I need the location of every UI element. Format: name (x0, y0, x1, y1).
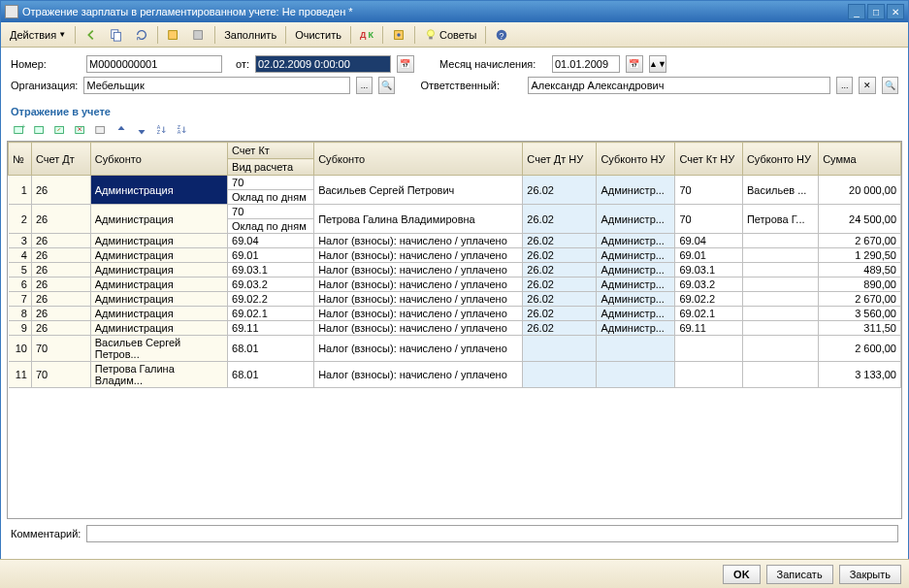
table-row[interactable]: 626Администрация69.03.2Налог (взносы): н… (9, 278, 901, 292)
table-row[interactable]: 926Администрация69.11Налог (взносы): нач… (9, 321, 901, 336)
settings-icon[interactable] (387, 25, 410, 45)
copy-row-icon[interactable] (31, 121, 49, 139)
section-title: Отражение в учете (1, 102, 908, 119)
from-label: от: (236, 58, 249, 70)
svg-rect-14 (76, 127, 84, 134)
svg-rect-12 (35, 127, 44, 134)
table-row[interactable]: 126Администрация70Васильев Сергей Петров… (9, 176, 901, 190)
resp-input[interactable] (528, 77, 830, 94)
number-label: Номер: (11, 58, 81, 70)
move-down-icon[interactable] (133, 121, 150, 139)
table-row[interactable]: 1070Васильев Сергей Петров...68.01Налог … (9, 336, 901, 362)
minimize-button[interactable]: _ (848, 4, 865, 19)
clear-button[interactable]: Очистить (290, 25, 346, 45)
tips-button[interactable]: Советы (419, 25, 481, 45)
svg-text:+: + (21, 123, 26, 131)
table-row[interactable]: 326Администрация69.04Налог (взносы): нач… (9, 234, 901, 248)
svg-rect-13 (55, 127, 64, 134)
org-select-icon[interactable]: ... (356, 77, 373, 94)
svg-rect-3 (194, 30, 203, 39)
sort-desc-icon[interactable]: ZA (174, 121, 191, 139)
refresh-icon[interactable] (130, 25, 153, 45)
col-sum[interactable]: Сумма (819, 143, 901, 176)
org-label: Организация: (11, 80, 78, 91)
sort-asc-icon[interactable]: AZ (153, 121, 171, 139)
svg-text:A: A (178, 129, 181, 135)
edit-row-icon[interactable] (51, 121, 69, 139)
add-row-icon[interactable]: + (11, 121, 28, 139)
table-row[interactable]: 526Администрация69.03.1Налог (взносы): н… (9, 263, 901, 278)
col-acc-dt[interactable]: Счет Дт (31, 143, 90, 176)
post-icon[interactable] (162, 25, 185, 45)
resp-clear-icon[interactable]: ✕ (859, 77, 875, 94)
unpost-icon[interactable] (187, 25, 211, 45)
move-up-icon[interactable] (113, 121, 130, 139)
svg-text:Z: Z (157, 129, 161, 135)
resp-select-icon[interactable]: ... (836, 77, 853, 94)
maximize-button[interactable]: □ (867, 4, 885, 19)
date-picker-icon[interactable]: 📅 (397, 55, 414, 73)
svg-point-6 (427, 29, 434, 36)
col-acc-dt-nu[interactable]: Счет Дт НУ (523, 143, 597, 176)
copy-icon[interactable] (105, 25, 128, 45)
svg-rect-2 (169, 30, 178, 39)
svg-rect-15 (96, 127, 105, 134)
col-acc-kt[interactable]: Счет Кт (228, 143, 314, 159)
accounting-grid[interactable]: № Счет Дт Субконто Счет Кт Субконто Счет… (8, 142, 901, 388)
delete-row-icon[interactable] (72, 121, 89, 139)
window-title: Отражение зарплаты в регламентированном … (22, 6, 848, 17)
comment-label: Комментарий: (11, 528, 81, 539)
col-subkonto2[interactable]: Субконто (314, 143, 523, 176)
comment-row: Комментарий: (1, 519, 908, 548)
resp-open-icon[interactable]: 🔍 (882, 77, 898, 94)
actions-menu[interactable]: Действия ▼ (5, 25, 71, 45)
close-action-button[interactable]: Закрыть (839, 565, 901, 584)
month-input[interactable] (552, 55, 620, 73)
svg-rect-7 (429, 36, 433, 39)
grid-container[interactable]: № Счет Дт Субконто Счет Кт Субконто Счет… (7, 141, 902, 519)
save-button[interactable]: Записать (766, 565, 833, 584)
month-picker-icon[interactable]: 📅 (626, 55, 643, 73)
end-edit-icon[interactable] (92, 121, 110, 139)
app-icon (5, 5, 18, 18)
help-icon[interactable]: ? (490, 25, 513, 45)
nav-back-icon[interactable] (80, 25, 103, 45)
col-subkonto-nu2[interactable]: Субконто НУ (742, 143, 818, 176)
table-row[interactable]: 1170Петрова Галина Владим...68.01Налог (… (9, 362, 901, 388)
titlebar: Отражение зарплаты в регламентированном … (1, 1, 908, 22)
svg-rect-1 (114, 32, 121, 41)
org-open-icon[interactable]: 🔍 (378, 77, 395, 94)
resp-label: Ответственный: (420, 80, 522, 91)
svg-point-5 (397, 33, 401, 37)
col-acc-kt-nu[interactable]: Счет Кт НУ (675, 143, 743, 176)
month-label: Месяц начисления: (439, 58, 546, 70)
ok-button[interactable]: OK (723, 565, 761, 584)
org-input[interactable] (83, 77, 349, 94)
col-subkonto-nu[interactable]: Субконто НУ (597, 143, 675, 176)
form-header: Номер: от: 📅 Месяц начисления: 📅 ▲▼ Орга… (1, 48, 908, 102)
col-calc-type[interactable]: Вид расчета (228, 159, 314, 176)
svg-text:?: ? (500, 30, 504, 40)
grid-toolbar: + AZ ZA (1, 119, 908, 141)
table-row[interactable]: 826Администрация69.02.1Налог (взносы): н… (9, 307, 901, 321)
month-spinner-icon[interactable]: ▲▼ (649, 55, 666, 73)
bottom-bar: OK Записать Закрыть (0, 559, 909, 588)
number-input[interactable] (86, 55, 222, 73)
dtkt-icon[interactable]: ДК (355, 25, 378, 45)
table-row[interactable]: 226Администрация70Петрова Галина Владими… (9, 205, 901, 219)
close-button[interactable]: ✕ (887, 4, 904, 19)
col-subkonto[interactable]: Субконто (90, 143, 227, 176)
fill-button[interactable]: Заполнить (219, 25, 281, 45)
col-n[interactable]: № (9, 143, 32, 176)
table-row[interactable]: 426Администрация69.01Налог (взносы): нач… (9, 248, 901, 263)
main-toolbar: Действия ▼ Заполнить Очистить ДК Советы … (1, 22, 908, 48)
table-row[interactable]: 726Администрация69.02.2Налог (взносы): н… (9, 292, 901, 307)
date-input[interactable] (255, 55, 391, 73)
comment-input[interactable] (86, 525, 898, 542)
